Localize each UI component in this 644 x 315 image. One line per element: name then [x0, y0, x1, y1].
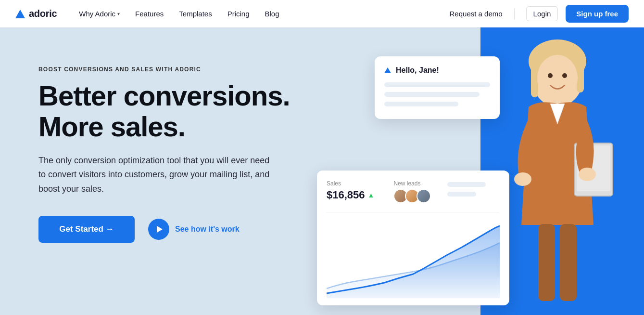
play-triangle-icon [157, 226, 163, 233]
see-how-link[interactable]: See how it's work [148, 219, 240, 240]
card-line-2 [384, 92, 480, 97]
card-logo-icon [384, 67, 391, 73]
leads-label: New leads [393, 180, 428, 187]
chevron-down-icon: ▾ [117, 11, 120, 16]
svg-point-6 [562, 73, 567, 78]
hero-section: BOOST CONVERSIONS AND SALES WITH ADORIC … [0, 27, 644, 315]
card-divider [327, 212, 500, 212]
sales-metric: Sales $16,856 ▲ [327, 180, 374, 203]
nav-separator [514, 8, 515, 20]
hero-headline-line1: Better conversions. [38, 80, 290, 111]
svg-rect-3 [577, 59, 584, 92]
svg-point-10 [579, 168, 596, 181]
hero-content: BOOST CONVERSIONS AND SALES WITH ADORIC … [38, 56, 290, 243]
hero-headline: Better conversions. More sales. [38, 80, 290, 142]
nav-item-templates[interactable]: Templates [172, 6, 218, 22]
dashboard-metrics: Sales $16,856 ▲ New leads [327, 180, 500, 203]
nav-item-features[interactable]: Features [128, 6, 170, 22]
see-how-label: See how it's work [175, 225, 240, 234]
svg-rect-2 [531, 59, 538, 97]
sales-label: Sales [327, 180, 374, 187]
card-line-1 [384, 82, 490, 87]
play-button-icon [148, 219, 169, 240]
svg-point-5 [548, 73, 553, 78]
logo-text: adoric [29, 8, 57, 19]
dashboard-card: Sales $16,856 ▲ New leads [317, 171, 509, 305]
svg-point-4 [537, 55, 578, 101]
sales-value: $16,856 ▲ [327, 189, 374, 201]
card-hello-title: Hello, Jane! [396, 66, 439, 75]
sales-chart [327, 216, 500, 303]
card-line-3 [384, 102, 458, 106]
hero-eyebrow: BOOST CONVERSIONS AND SALES WITH ADORIC [38, 66, 290, 73]
get-started-button[interactable]: Get Started → [38, 216, 135, 243]
nav-item-blog[interactable]: Blog [258, 6, 286, 22]
leads-metric: New leads [393, 180, 428, 203]
svg-rect-11 [538, 224, 555, 301]
avatar-3 [417, 189, 431, 203]
hero-visuals: Hello, Jane! Sales $16,856 ▲ New leads [327, 27, 644, 315]
svg-rect-12 [560, 224, 577, 301]
nav-links: Why Adoric ▾ Features Templates Pricing … [72, 6, 449, 22]
nav-item-pricing[interactable]: Pricing [221, 6, 256, 22]
svg-point-9 [514, 172, 531, 186]
login-link[interactable]: Login [526, 6, 558, 21]
logo-link[interactable]: adoric [15, 8, 57, 19]
metric-placeholder-2 [447, 192, 476, 197]
leads-avatars [393, 189, 428, 203]
up-arrow-icon: ▲ [368, 191, 375, 199]
logo-triangle-icon [15, 10, 25, 18]
hero-headline-line2: More sales. [38, 111, 185, 142]
hello-card: Hello, Jane! [375, 56, 500, 119]
nav-actions: Request a demo Login Sign up free [450, 5, 629, 23]
third-metric [447, 180, 486, 203]
signup-button[interactable]: Sign up free [566, 5, 629, 23]
navbar: adoric Why Adoric ▾ Features Templates P… [0, 0, 644, 27]
metric-placeholder-1 [447, 182, 486, 187]
hero-cta-group: Get Started → See how it's work [38, 216, 290, 243]
request-demo-link[interactable]: Request a demo [450, 10, 503, 18]
nav-item-why-adoric[interactable]: Why Adoric ▾ [72, 6, 126, 22]
card-hello-header: Hello, Jane! [384, 66, 490, 75]
hero-subtext: The only conversion optimization tool th… [38, 154, 279, 197]
